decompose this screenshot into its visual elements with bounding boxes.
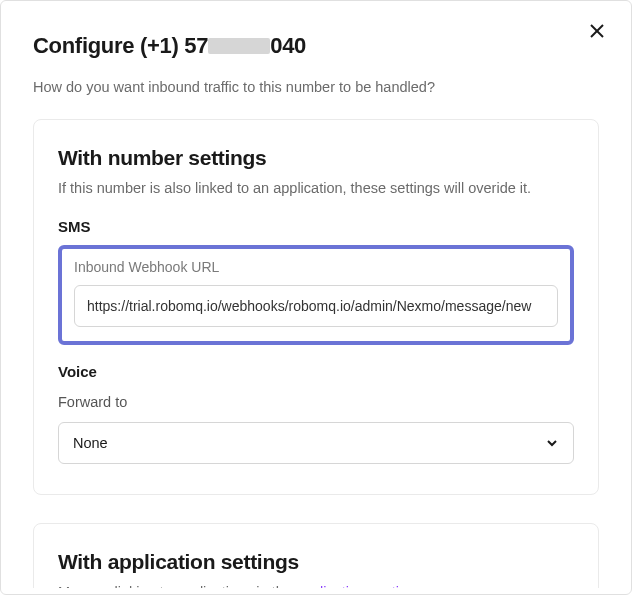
configure-number-modal: Configure (+1) 57040 How do you want inb… [0,0,632,595]
voice-section-label: Voice [58,363,574,380]
number-settings-card: With number settings If this number is a… [33,119,599,495]
application-settings-title: With application settings [58,550,574,574]
forward-to-value: None [73,435,108,451]
application-settings-card: With application settings Manage linking… [33,523,599,588]
sms-webhook-highlight: Inbound Webhook URL [58,245,574,345]
title-prefix: Configure (+1) 57 [33,33,208,58]
app-sub-suffix: . [415,584,419,588]
modal-title: Configure (+1) 57040 [33,33,599,59]
modal-scroll-area[interactable]: How do you want inbound traffic to this … [1,71,631,588]
intro-text: How do you want inbound traffic to this … [33,79,599,95]
close-icon [589,23,605,39]
webhook-url-label: Inbound Webhook URL [74,259,558,275]
chevron-down-icon [545,436,559,450]
redacted-digits [208,38,270,54]
application-settings-subtitle: Manage linking to applications in the ap… [58,584,574,588]
close-button[interactable] [585,19,609,43]
modal-header: Configure (+1) 57040 [1,1,631,69]
sms-section-label: SMS [58,218,574,235]
title-suffix: 040 [270,33,306,58]
application-section-link[interactable]: application section [296,584,415,588]
webhook-url-input[interactable] [74,285,558,327]
forward-to-select[interactable]: None [58,422,574,464]
forward-to-label: Forward to [58,394,574,410]
app-sub-prefix: Manage linking to applications in the [58,584,296,588]
number-settings-title: With number settings [58,146,574,170]
number-settings-subtitle: If this number is also linked to an appl… [58,180,574,196]
